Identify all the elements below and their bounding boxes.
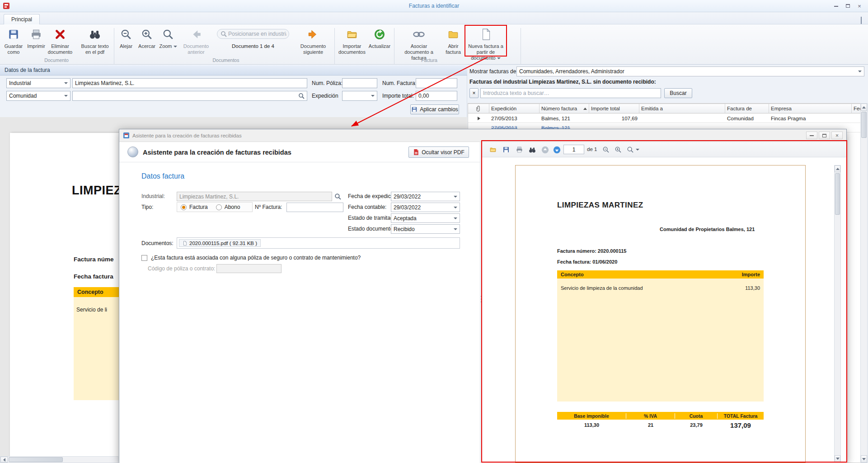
print-button[interactable]	[514, 145, 525, 155]
nueva-factura-button[interactable]: Nueva factura a partir de documento	[466, 26, 505, 61]
buscar-button[interactable]: Buscar	[664, 88, 692, 98]
next-page-button[interactable]	[551, 145, 562, 155]
minimize-icon[interactable]	[806, 132, 817, 139]
printer-icon	[30, 26, 42, 43]
num-factura-label: Num. Factura:	[382, 78, 417, 88]
fecha-expedicion-combo[interactable]: 29/03/2022	[391, 192, 460, 201]
dialog-header: Asistente para la creación de facturas r…	[119, 142, 480, 162]
importe-total-label: Importe total:	[382, 91, 414, 101]
document-horizontal-scrollbar[interactable]	[0, 456, 118, 463]
page-total-label: de 1	[587, 146, 597, 152]
lookup-search-icon[interactable]	[334, 193, 341, 200]
button-label: Acercar	[138, 43, 155, 49]
asociar-documento-button[interactable]: Asociar documento a factura	[398, 26, 440, 61]
eliminar-documento-button[interactable]: Eliminar documento	[46, 26, 74, 55]
dialog-window-controls: ×	[805, 132, 843, 139]
open-file-button[interactable]	[488, 145, 498, 155]
num-factura-input[interactable]	[416, 78, 457, 88]
scrollbar-thumb[interactable]	[9, 457, 63, 462]
ocultar-visor-pdf-button[interactable]: Ocultar visor PDF	[408, 146, 469, 158]
actualizar-button[interactable]: Actualizar	[367, 26, 392, 49]
search-icon[interactable]	[298, 93, 305, 99]
dropdown-caret-icon	[454, 207, 457, 208]
scrollbar-thumb[interactable]	[835, 173, 840, 215]
comunidad-combo[interactable]: Comunidad	[6, 91, 70, 101]
buscar-texto-pdf-button[interactable]: Buscar texto en el pdf	[78, 26, 112, 55]
column-header-empresa[interactable]: Empresa	[769, 104, 852, 113]
scroll-up-button[interactable]	[861, 104, 867, 111]
posicionarse-input[interactable]	[217, 29, 289, 39]
column-header-expedicion[interactable]: Expedición	[489, 104, 540, 113]
comunidad-search-input[interactable]	[72, 91, 307, 101]
codigo-poliza-input[interactable]	[216, 264, 282, 273]
zoom-mode-button[interactable]	[625, 145, 641, 155]
find-button[interactable]	[527, 145, 538, 155]
importe-total-input[interactable]	[416, 91, 457, 101]
abrir-factura-button[interactable]: Abrir factura	[442, 26, 464, 55]
imprimir-button[interactable]: Imprimir	[26, 26, 46, 49]
poliza-checkbox[interactable]	[141, 255, 147, 261]
column-header-emitida-a[interactable]: Emitida a	[639, 104, 725, 113]
attachment-column-header[interactable]	[468, 104, 489, 113]
ribbon-tab-row: Principal	[0, 12, 868, 24]
acercar-button[interactable]: Acercar	[136, 26, 157, 49]
group-label-factura: Factura	[384, 57, 474, 63]
zoom-out-button[interactable]	[601, 145, 611, 155]
tab-principal[interactable]: Principal	[4, 14, 40, 24]
column-header-importe-total[interactable]: Importe total	[589, 104, 639, 113]
grid-vertical-scrollbar[interactable]	[860, 103, 868, 463]
radio-factura[interactable]	[181, 204, 187, 210]
zoom-in-icon	[615, 146, 622, 153]
industrial-combo[interactable]: Industrial	[6, 78, 70, 88]
maximize-icon[interactable]	[819, 132, 830, 139]
guardar-como-button[interactable]: Guardar como	[3, 26, 24, 55]
row-marker	[468, 113, 489, 123]
zoom-in-button[interactable]	[613, 145, 624, 155]
facturas-search-input[interactable]	[480, 88, 661, 98]
documento-siguiente-button[interactable]: Documento siguiente	[296, 26, 331, 55]
table-row[interactable]: 27/05/2013 Balmes, 121 107,69 Comunidad …	[468, 113, 862, 123]
column-header-factura-de[interactable]: Factura de	[725, 104, 769, 113]
no-factura-label: Nº Factura:	[255, 202, 282, 212]
industrial-name-input[interactable]	[72, 78, 307, 88]
fecha-contable-combo[interactable]: 29/03/2022	[391, 203, 460, 212]
search-icon	[221, 31, 227, 37]
document-file-chip[interactable]: 2020.000115.pdf ( 92.31 KB )	[179, 239, 261, 247]
num-poliza-input[interactable]	[342, 78, 377, 88]
clear-search-button[interactable]: ×	[469, 88, 479, 98]
documento-anterior-button[interactable]: Documento anterior	[180, 26, 212, 55]
scroll-up-button[interactable]	[835, 165, 840, 172]
zoom-button[interactable]: Zoom	[158, 26, 178, 49]
collapse-ribbon-icon[interactable]	[861, 18, 862, 24]
button-label: Imprimir	[27, 43, 45, 49]
aplicar-cambios-button[interactable]: Aplicar cambios	[410, 104, 459, 114]
section-heading: Datos factura	[141, 172, 184, 180]
minimize-icon[interactable]	[830, 2, 842, 10]
mostrar-facturas-combo[interactable]: Comunidades, Arrendadores, Administrador	[516, 66, 864, 76]
documento-contador: Documento 1 de 4	[211, 43, 295, 49]
estado-documentos-combo[interactable]: Recibido	[391, 224, 460, 234]
column-header-numero-factura[interactable]: Número factura	[540, 104, 589, 113]
close-icon[interactable]: ×	[831, 132, 843, 139]
close-icon[interactable]: ×	[854, 2, 865, 10]
dialog-industrial-input[interactable]	[177, 192, 332, 201]
scroll-down-button[interactable]	[835, 455, 840, 462]
save-button[interactable]	[501, 145, 511, 155]
pdf-vertical-scrollbar[interactable]	[834, 165, 841, 463]
alejar-button[interactable]: Alejar	[117, 26, 136, 49]
previous-page-button[interactable]	[540, 145, 550, 155]
wizard-icon	[127, 146, 138, 157]
importar-documentos-button[interactable]: Importar documentos	[338, 26, 366, 55]
scroll-left-button[interactable]	[0, 457, 8, 463]
estado-tramitacion-combo[interactable]: Aceptada	[391, 213, 460, 223]
no-factura-input[interactable]	[286, 203, 343, 212]
printer-icon	[516, 146, 523, 153]
maximize-icon[interactable]	[842, 2, 854, 10]
radio-abono[interactable]	[216, 204, 222, 210]
page-number-input[interactable]	[563, 145, 584, 154]
expedicion-combo[interactable]	[342, 91, 377, 101]
open-folder-icon	[346, 26, 358, 43]
scroll-down-button[interactable]	[861, 455, 867, 463]
scrollbar-thumb[interactable]	[861, 112, 867, 138]
invoice-totals-header: Base imponible % IVA Cuota TOTAL Factura	[557, 412, 764, 420]
